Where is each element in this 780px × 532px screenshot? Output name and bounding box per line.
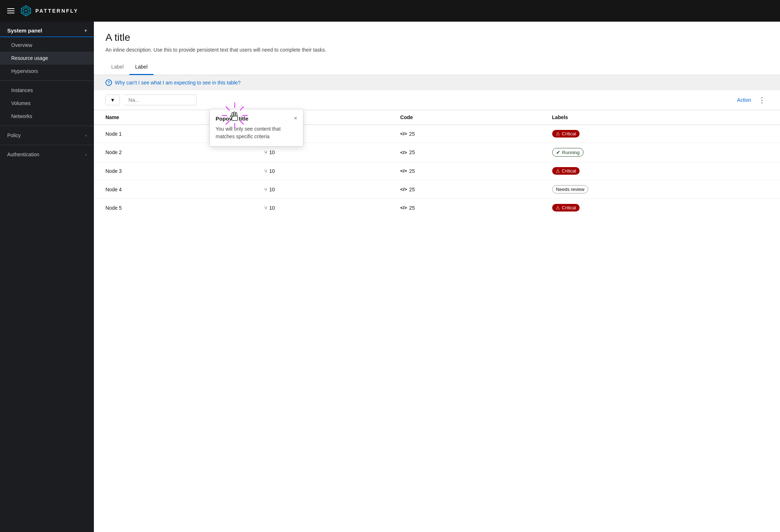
topbar: PATTERNFLY [0,0,780,22]
sidebar: System panel ▾ Overview Resource usage H… [0,22,94,532]
page-header: A title An inline description. Use this … [94,22,780,60]
critical-icon: ⚠ [556,168,560,174]
cell-branch: ⑂ 10 [253,162,389,180]
sidebar-item-overview[interactable]: Overview [0,39,94,52]
chevron-right-icon-2: › [85,152,87,157]
cell-label: ⚠ Critical [541,162,780,180]
status-badge: ⚠ Critical [552,130,580,138]
critical-icon: ⚠ [556,205,560,210]
check-icon: ✔ [556,149,560,155]
col-header-labels: Labels [541,110,780,125]
cell-name: Node 5 [94,199,253,217]
table-toolbar: ▼ Action ⋮ [94,90,780,110]
status-badge: ✔ Running [552,148,584,157]
sidebar-item-authentication[interactable]: Authentication › [0,148,94,161]
code-icon: </> [400,131,407,136]
help-bar: ? Why can't I see what I am expecting to… [94,75,780,90]
cell-label: Needs review [541,180,780,199]
action-link[interactable]: Action [737,97,751,103]
table-row[interactable]: Node 4⑂ 10</> 25Needs review [94,180,780,199]
cell-name: Node 4 [94,180,253,199]
table-row[interactable]: Node 1⑂ 10</> 25 ⚠ Critical [94,125,780,143]
hamburger-menu[interactable] [7,8,14,13]
patternfly-logo-icon [20,5,32,17]
sidebar-item-volumes[interactable]: Volumes [0,97,94,110]
sidebar-item-hypervisors[interactable]: Hypervisors [0,65,94,78]
status-badge: ⚠ Critical [552,204,580,212]
kebab-menu-button[interactable]: ⋮ [755,95,768,105]
cell-code: </> 25 [389,199,540,217]
sidebar-item-resource-usage[interactable]: Resource usage [0,52,94,65]
popover-header: Popover title × [216,115,297,122]
cell-label: ✔ Running [541,143,780,162]
sidebar-item-networks[interactable]: Networks [0,110,94,123]
logo-area: PATTERNFLY [20,5,78,17]
tab-label-1[interactable]: Label [105,60,129,75]
sidebar-item-policy[interactable]: Policy › [0,129,94,142]
tab-label-2[interactable]: Label [129,60,153,75]
cell-branch: ⑂ 10 [253,180,389,199]
sidebar-divider [0,80,94,81]
branch-icon: ⑂ [264,168,267,174]
branch-icon: ⑂ [264,149,267,155]
cell-branch: ⑂ 10 [253,199,389,217]
branch-icon: ⑂ [264,205,267,211]
chevron-down-icon: ▾ [84,28,87,33]
col-header-code: Code [389,110,540,125]
main-content: A title An inline description. Use this … [94,22,780,532]
popover-close-button[interactable]: × [294,115,297,122]
help-circle-icon: ? [105,79,112,86]
brand-name: PATTERNFLY [35,8,78,14]
status-badge: ⚠ Critical [552,167,580,175]
tabs-bar: Label Label [94,60,780,75]
cell-label: ⚠ Critical [541,199,780,217]
cell-code: </> 25 [389,143,540,162]
critical-icon: ⚠ [556,131,560,136]
popover-title: Popover title [216,115,248,122]
table-header-row: Name Code Labels [94,110,780,125]
help-link[interactable]: Why can't I see what I am expecting to s… [115,80,240,86]
cell-code: </> 25 [389,180,540,199]
cell-code: </> 25 [389,125,540,143]
cell-name: Node 3 [94,162,253,180]
table-row[interactable]: Node 3⑂ 10</> 25 ⚠ Critical [94,162,780,180]
popover-body: You will only see content that matches s… [216,125,297,140]
status-badge: Needs review [552,185,589,193]
code-icon: </> [400,150,407,155]
filter-input[interactable] [124,95,196,105]
sidebar-divider-3 [0,145,94,145]
filter-icon: ▼ [110,97,115,103]
table-container: ▼ Action ⋮ Name Code Labels [94,90,780,217]
table-row[interactable]: Node 5⑂ 10</> 25 ⚠ Critical [94,199,780,217]
branch-icon: ⑂ [264,187,267,192]
code-icon: </> [400,168,407,174]
page-title: A title [105,32,768,43]
cell-code: </> 25 [389,162,540,180]
kebab-icon: ⋮ [758,96,766,104]
popover[interactable]: Popover title × You will only see conten… [209,109,303,147]
table-row[interactable]: Node 2⑂ 10</> 25 ✔ Running [94,143,780,162]
sidebar-divider-2 [0,126,94,126]
chevron-right-icon: › [85,133,87,138]
filter-button[interactable]: ▼ [105,95,120,105]
code-icon: </> [400,205,407,210]
sidebar-section-header[interactable]: System panel ▾ [0,22,94,37]
code-icon: </> [400,187,407,192]
cell-label: ⚠ Critical [541,125,780,143]
data-table: Name Code Labels Node 1⑂ 10</> 25 ⚠ Crit… [94,110,780,217]
sidebar-item-instances[interactable]: Instances [0,84,94,97]
page-description: An inline description. Use this to provi… [105,46,768,54]
